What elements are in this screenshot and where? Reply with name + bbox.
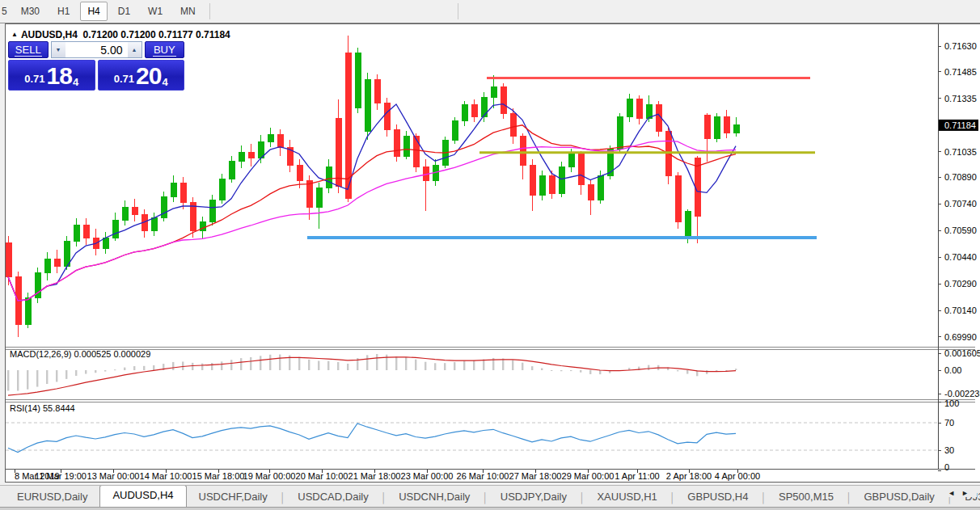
date-tick-label: 27 Mar 18:00 bbox=[509, 471, 562, 481]
macd-histogram-bar bbox=[580, 370, 581, 373]
trade-panel-prices: 0.71184 0.71204 bbox=[8, 60, 184, 91]
date-tick-label: 23 Mar 00:00 bbox=[401, 471, 454, 481]
macd-histogram-bar bbox=[570, 370, 572, 371]
macd-histogram-bar bbox=[308, 360, 310, 370]
one-click-trade-panel: SELL ▼ ▲ BUY 0.71184 0.71204 bbox=[8, 41, 184, 91]
macd-histogram-bar bbox=[483, 359, 484, 370]
date-tick-label: 26 Mar 10:00 bbox=[457, 471, 509, 481]
current-price-label: 0.71184 bbox=[944, 120, 976, 130]
volume-increase-button[interactable]: ▲ bbox=[128, 42, 142, 57]
rsi-tick-label: 70 bbox=[944, 418, 954, 428]
macd-histogram-bar bbox=[454, 362, 455, 370]
buy-price-box[interactable]: 0.71204 bbox=[98, 60, 185, 91]
macd-histogram-bar bbox=[599, 370, 601, 374]
tab-separator: │ bbox=[280, 488, 286, 508]
date-tick-label: 15 Mar 18:00 bbox=[192, 471, 245, 481]
chart-tab-gbpusd-h4[interactable]: GBPUSD,H4 bbox=[675, 487, 760, 508]
chart-tab-usdchf-daily[interactable]: USDCHF,Daily bbox=[187, 487, 280, 508]
macd-histogram-bar bbox=[17, 370, 19, 391]
macd-histogram-bar bbox=[541, 369, 543, 370]
macd-histogram-bar bbox=[318, 361, 319, 370]
macd-histogram-bar bbox=[560, 370, 562, 371]
chart-tab-usdcad-daily[interactable]: USDCAD,Daily bbox=[285, 487, 380, 508]
tab-scroll-arrows: ◄► bbox=[946, 489, 977, 497]
date-tick-label: 4 Apr 00:00 bbox=[715, 471, 760, 481]
chart-tab-usdcnh-daily[interactable]: USDCNH,Daily bbox=[387, 487, 482, 508]
price-tick-label: 0.71630 bbox=[944, 41, 977, 51]
chart-tab-xauusd-h1[interactable]: XAUUSD,H1 bbox=[585, 487, 669, 508]
chart-tab-audusd-h4[interactable]: AUDUSD,H4 bbox=[99, 485, 186, 508]
macd-histogram-bar bbox=[260, 356, 261, 370]
macd-pane bbox=[7, 354, 737, 395]
macd-histogram-bar bbox=[192, 363, 193, 370]
macd-histogram-bar bbox=[405, 357, 407, 370]
trading-terminal: 5M30H1H4D1W1MN 0.716300.714850.713350.71… bbox=[0, 0, 980, 510]
macd-histogram-bar bbox=[677, 370, 678, 371]
volume-stepper: ▼ ▲ bbox=[51, 41, 142, 58]
macd-histogram-bar bbox=[182, 361, 184, 370]
rsi-tick-label: 30 bbox=[944, 445, 954, 455]
tab-separator: │ bbox=[482, 488, 488, 508]
macd-histogram-bar bbox=[230, 360, 232, 370]
price-tick-label: 0.69990 bbox=[944, 332, 977, 342]
macd-tick-label: 0.00 bbox=[944, 365, 961, 375]
macd-histogram-bar bbox=[250, 357, 251, 370]
date-tick-label: 13 Mar 00:00 bbox=[87, 471, 140, 481]
macd-histogram-bar bbox=[153, 365, 154, 370]
price-tick-label: 0.71335 bbox=[944, 94, 977, 103]
price-tick-label: 0.70590 bbox=[944, 225, 977, 235]
macd-histogram-bar bbox=[46, 370, 48, 384]
time-axis: 8 Mar 201911 Mar 19:0013 Mar 00:0014 Mar… bbox=[15, 470, 760, 481]
sell-price-box[interactable]: 0.71184 bbox=[8, 60, 95, 91]
expand-triangle-icon[interactable]: ▲ bbox=[11, 31, 18, 38]
price-tick-label: 0.70440 bbox=[944, 252, 977, 262]
macd-histogram-bar bbox=[425, 362, 426, 370]
ohlc-values: 0.71200 0.71200 0.71177 0.71184 bbox=[83, 29, 230, 40]
price-tick-label: 0.70140 bbox=[944, 306, 977, 315]
macd-histogram-bar bbox=[269, 355, 271, 370]
macd-histogram-bar bbox=[95, 370, 96, 373]
volume-decrease-button[interactable]: ▼ bbox=[52, 42, 65, 57]
macd-histogram-bar bbox=[240, 358, 242, 370]
macd-histogram-bar bbox=[75, 370, 77, 376]
ma-fast bbox=[8, 104, 736, 301]
macd-histogram-bar bbox=[172, 362, 174, 370]
macd-histogram-bar bbox=[7, 370, 9, 390]
sell-button[interactable]: SELL bbox=[8, 41, 49, 58]
chart-tab-usdjpy-daily[interactable]: USDJPY,Daily bbox=[488, 487, 579, 508]
tab-separator: │ bbox=[579, 488, 585, 508]
price-axis: 0.716300.714850.713350.710350.708900.707… bbox=[938, 41, 978, 342]
symbol-period-label: AUDUSD,H4 bbox=[21, 29, 78, 40]
trade-panel-controls: SELL ▼ ▲ BUY bbox=[8, 41, 184, 58]
chart-tab-gbpusd-daily[interactable]: GBPUSD,Daily bbox=[851, 487, 946, 508]
macd-tick-label: 0.001605 bbox=[944, 348, 980, 358]
date-tick-label: 19 Mar 00:00 bbox=[243, 471, 296, 481]
macd-histogram-bar bbox=[279, 355, 281, 370]
date-tick-label: 29 Mar 00:00 bbox=[562, 471, 615, 481]
macd-histogram-bar bbox=[85, 370, 87, 374]
tab-scroll-left-icon[interactable]: ◄ bbox=[948, 489, 961, 497]
date-tick-label: 2 Apr 18:00 bbox=[666, 471, 712, 481]
macd-signal-line bbox=[8, 357, 736, 395]
macd-histogram-bar bbox=[201, 364, 203, 370]
date-tick-label: 14 Mar 10:00 bbox=[140, 471, 192, 481]
date-tick-label: 20 Mar 10:00 bbox=[296, 471, 348, 481]
tab-scroll-right-icon[interactable]: ► bbox=[961, 489, 975, 497]
buy-button[interactable]: BUY bbox=[145, 41, 185, 58]
price-tick-label: 0.70740 bbox=[944, 199, 977, 209]
chart-tab-eurusd-daily[interactable]: EURUSD,Daily bbox=[5, 487, 99, 508]
macd-histogram-bar bbox=[124, 368, 125, 370]
macd-histogram-bar bbox=[27, 370, 28, 390]
tab-separator: │ bbox=[381, 488, 387, 508]
date-tick-label: 21 Mar 18:00 bbox=[348, 471, 401, 481]
rsi-line bbox=[8, 424, 736, 453]
macd-histogram-bar bbox=[376, 354, 378, 370]
macd-histogram-bar bbox=[366, 355, 368, 370]
tab-separator: │ bbox=[846, 488, 852, 508]
chart-title: ▲AUDUSD,H4 0.71200 0.71200 0.71177 0.711… bbox=[11, 29, 230, 40]
macd-histogram-bar bbox=[648, 365, 649, 370]
chart-tab-sp500-m15[interactable]: SP500,M15 bbox=[767, 487, 846, 508]
date-tick-label: 11 Mar 19:00 bbox=[35, 471, 87, 481]
volume-input[interactable] bbox=[65, 42, 128, 57]
macd-label: MACD(12,26,9) 0.000525 0.000029 bbox=[10, 349, 150, 359]
